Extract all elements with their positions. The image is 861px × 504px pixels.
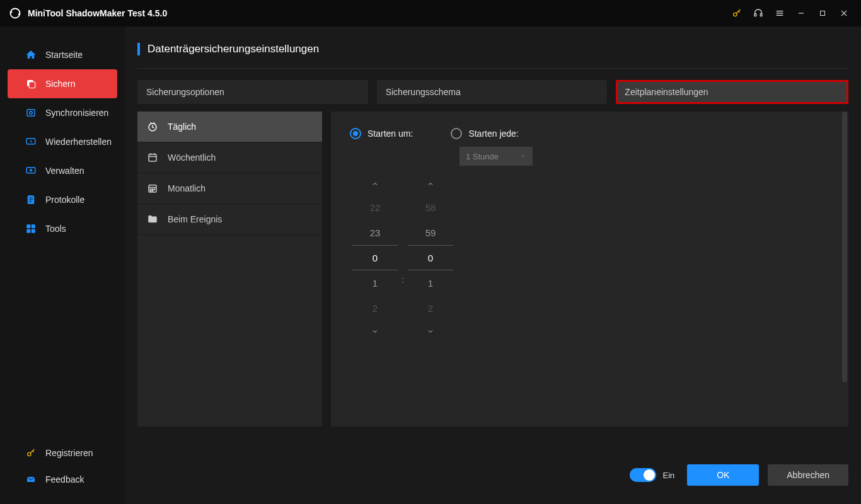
key-icon[interactable] bbox=[729, 5, 745, 21]
home-icon bbox=[24, 48, 38, 62]
sidebar-item-label: Synchronisieren bbox=[45, 108, 108, 118]
subtab-label: Beim Ereignis bbox=[168, 214, 222, 224]
tabs: Sicherungsoptionen Sicherungsschema Zeit… bbox=[137, 80, 848, 104]
svg-point-15 bbox=[30, 169, 32, 171]
radio-circle-icon bbox=[350, 128, 361, 139]
tools-icon bbox=[24, 222, 38, 236]
svg-rect-20 bbox=[26, 224, 30, 228]
hour-option[interactable]: 2 bbox=[352, 295, 398, 321]
restore-icon bbox=[24, 135, 38, 149]
subtab-filler bbox=[137, 235, 322, 427]
subtab-woechentlich[interactable]: Wöchentlich bbox=[137, 142, 322, 173]
sidebar-item-label: Tools bbox=[45, 224, 66, 234]
minute-selected[interactable]: 0 bbox=[408, 245, 453, 270]
minute-option[interactable]: 58 bbox=[408, 195, 453, 220]
minute-column: 58 59 0 1 2 bbox=[408, 173, 453, 342]
minimize-icon[interactable] bbox=[793, 5, 809, 21]
sidebar-item-label: Verwalten bbox=[45, 166, 84, 176]
sidebar: Startseite Sichern Synchronisieren Wiede… bbox=[0, 26, 125, 504]
sidebar-item-wiederherstellen[interactable]: Wiederherstellen bbox=[0, 127, 125, 156]
svg-point-36 bbox=[150, 190, 151, 192]
sidebar-item-feedback[interactable]: Feedback bbox=[0, 466, 125, 493]
panel-scrollbar[interactable] bbox=[842, 112, 847, 382]
main-panel: Datenträgersicherungseinstellungen Siche… bbox=[125, 26, 861, 504]
tab-sicherungsoptionen[interactable]: Sicherungsoptionen bbox=[137, 80, 368, 104]
maximize-icon[interactable] bbox=[814, 5, 831, 21]
hour-up-button[interactable] bbox=[352, 173, 398, 195]
subtab-monatlich[interactable]: Monatlich bbox=[137, 173, 322, 204]
minute-option[interactable]: 1 bbox=[408, 270, 453, 295]
svg-point-0 bbox=[734, 13, 737, 16]
sidebar-item-startseite[interactable]: Startseite bbox=[0, 40, 125, 69]
chevron-down-icon bbox=[520, 153, 526, 159]
svg-rect-27 bbox=[149, 154, 156, 161]
tab-sicherungsschema[interactable]: Sicherungsschema bbox=[377, 80, 608, 104]
svg-point-34 bbox=[152, 189, 153, 190]
close-icon[interactable] bbox=[836, 5, 852, 21]
subtab-taeglich[interactable]: Täglich bbox=[137, 112, 322, 142]
svg-rect-23 bbox=[32, 229, 35, 233]
headset-icon[interactable] bbox=[750, 5, 766, 21]
svg-rect-14 bbox=[26, 168, 35, 173]
svg-point-24 bbox=[28, 452, 31, 455]
title-accent-bar bbox=[137, 43, 140, 55]
svg-point-35 bbox=[154, 189, 155, 190]
tab-label: Sicherungsschema bbox=[386, 87, 461, 97]
svg-rect-25 bbox=[27, 477, 35, 482]
subtab-beim-ereignis[interactable]: Beim Ereignis bbox=[137, 204, 322, 235]
hour-down-button[interactable] bbox=[352, 321, 398, 342]
radio-label: Starten jede: bbox=[468, 129, 518, 139]
mail-icon bbox=[24, 472, 38, 486]
page-title-text: Datenträgersicherungseinstellungen bbox=[147, 43, 319, 55]
menu-icon[interactable] bbox=[771, 5, 788, 21]
enable-toggle[interactable] bbox=[630, 468, 656, 482]
radio-circle-icon bbox=[451, 128, 462, 139]
sidebar-item-verwalten[interactable]: Verwalten bbox=[0, 156, 125, 185]
subtab-label: Monatlich bbox=[168, 183, 205, 193]
svg-point-33 bbox=[150, 189, 151, 190]
radio-start-at[interactable]: Starten um: bbox=[350, 128, 413, 139]
sidebar-item-label: Registrieren bbox=[45, 448, 93, 458]
calendar-month-icon bbox=[146, 182, 159, 195]
hour-option[interactable]: 23 bbox=[352, 220, 398, 245]
button-label: OK bbox=[717, 470, 729, 480]
sync-icon bbox=[24, 106, 38, 120]
minute-option[interactable]: 59 bbox=[408, 220, 453, 245]
sidebar-item-protokolle[interactable]: Protokolle bbox=[0, 185, 125, 214]
tab-label: Zeitplaneinstellungen bbox=[625, 87, 708, 97]
logs-icon bbox=[24, 193, 38, 207]
radio-start-every[interactable]: Starten jede: bbox=[451, 128, 518, 139]
dropdown-value: 1 Stunde bbox=[466, 152, 499, 161]
svg-point-37 bbox=[152, 190, 153, 192]
backup-icon bbox=[24, 77, 38, 91]
sidebar-item-synchronisieren[interactable]: Synchronisieren bbox=[0, 98, 125, 127]
svg-rect-7 bbox=[821, 11, 825, 16]
register-key-icon bbox=[24, 446, 38, 460]
sidebar-item-label: Protokolle bbox=[45, 195, 84, 205]
divider bbox=[137, 68, 848, 69]
ok-button[interactable]: OK bbox=[687, 464, 759, 486]
hour-option[interactable]: 1 bbox=[352, 270, 398, 295]
svg-rect-1 bbox=[754, 14, 756, 16]
hour-option[interactable]: 22 bbox=[352, 195, 398, 220]
minute-option[interactable]: 2 bbox=[408, 295, 453, 321]
sidebar-item-label: Wiederherstellen bbox=[45, 137, 112, 147]
schedule-panel: Starten um: Starten jede: 1 Stunde 22 bbox=[331, 112, 848, 427]
interval-dropdown[interactable]: 1 Stunde bbox=[459, 147, 533, 166]
svg-rect-22 bbox=[26, 229, 30, 233]
minute-down-button[interactable] bbox=[408, 321, 453, 342]
hour-column: 22 23 0 1 2 bbox=[352, 173, 398, 342]
sidebar-item-label: Feedback bbox=[45, 474, 84, 484]
cancel-button[interactable]: Abbrechen bbox=[768, 464, 848, 486]
sidebar-item-sichern[interactable]: Sichern bbox=[8, 69, 117, 98]
time-picker: 22 23 0 1 2 : 58 59 0 1 2 bbox=[352, 173, 829, 342]
sidebar-item-registrieren[interactable]: Registrieren bbox=[0, 440, 125, 466]
tab-zeitplaneinstellungen[interactable]: Zeitplaneinstellungen bbox=[616, 80, 848, 104]
hour-selected[interactable]: 0 bbox=[352, 245, 398, 270]
svg-rect-21 bbox=[32, 224, 35, 228]
svg-rect-11 bbox=[29, 82, 35, 88]
minute-up-button[interactable] bbox=[408, 173, 453, 195]
radio-label: Starten um: bbox=[367, 129, 413, 139]
sidebar-item-tools[interactable]: Tools bbox=[0, 214, 125, 243]
button-label: Abbrechen bbox=[787, 470, 829, 480]
